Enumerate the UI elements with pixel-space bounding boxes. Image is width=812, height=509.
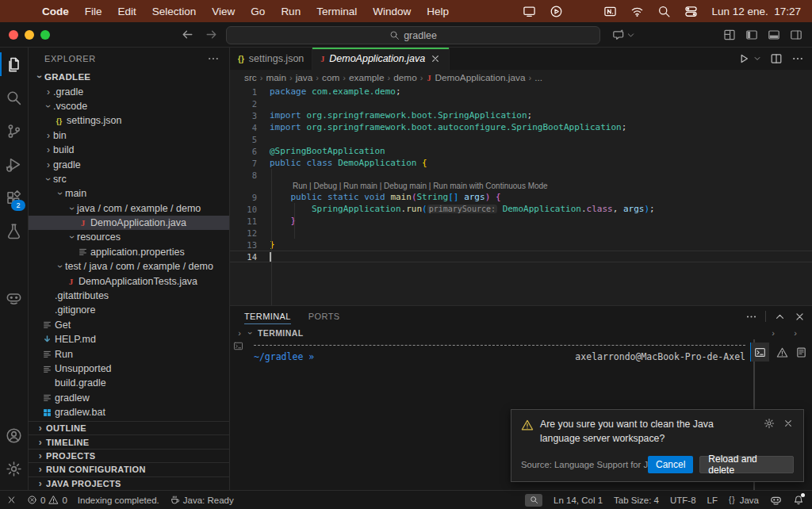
menu-terminal[interactable]: Terminal <box>308 6 365 17</box>
code-line-1[interactable]: 1package com.example.demo; <box>230 86 812 98</box>
close-window-button[interactable] <box>9 30 18 40</box>
play-circle-icon[interactable] <box>550 5 563 18</box>
sidebar-left-icon[interactable] <box>745 29 758 41</box>
scroll-right-icon[interactable]: › <box>768 328 779 338</box>
problems-indicator[interactable]: 0 0 <box>27 495 67 505</box>
encoding[interactable]: UTF-8 <box>670 496 696 505</box>
menu-run[interactable]: Run <box>273 6 308 17</box>
apple-logo-icon[interactable] <box>14 5 28 18</box>
run-file-icon[interactable] <box>737 52 750 65</box>
cursor-position[interactable]: Ln 14, Col 1 <box>553 496 603 505</box>
section-projects[interactable]: ›PROJECTS <box>29 449 229 462</box>
tree-item-settings.json[interactable]: {}settings.json <box>29 113 229 128</box>
spotlight-icon[interactable] <box>657 5 671 18</box>
java-status[interactable]: Java: Ready <box>170 495 234 505</box>
tree-item-build.gradle[interactable]: build.gradle <box>29 376 229 390</box>
menu-selection[interactable]: Selection <box>144 6 205 17</box>
control-center-icon[interactable] <box>684 5 698 18</box>
tree-item-gradle[interactable]: ›gradle <box>29 157 229 171</box>
panel-tab-terminal[interactable]: TERMINAL <box>244 306 291 327</box>
notifications-bell[interactable] <box>793 495 804 506</box>
code-line-4[interactable]: 4import org.springframework.boot.autocon… <box>230 121 812 133</box>
panel-bottom-icon[interactable] <box>768 29 780 41</box>
droplet-icon[interactable] <box>576 5 590 18</box>
run-dropdown-chevron-icon[interactable] <box>753 55 761 63</box>
code-line-13[interactable]: 13} <box>230 239 812 251</box>
remote-indicator[interactable] <box>6 495 17 505</box>
section-timeline[interactable]: ›TIMELINE <box>29 434 229 448</box>
copilot-chat-button[interactable] <box>612 29 635 41</box>
sidebar-right-icon[interactable] <box>790 29 802 41</box>
code-editor[interactable]: 1package com.example.demo;23import org.s… <box>230 86 812 305</box>
tree-item-demoapplication.java[interactable]: JDemoApplication.java <box>29 216 229 230</box>
maximize-panel-icon[interactable] <box>774 311 786 323</box>
close-tab-icon[interactable] <box>430 53 441 64</box>
zoom-window-button[interactable] <box>40 30 50 40</box>
language-mode[interactable]: {} Java <box>729 496 759 505</box>
code-line-12[interactable]: 12 <box>230 227 812 239</box>
tab-settings-json[interactable]: {} settings.json <box>230 48 312 70</box>
tree-item-src[interactable]: ›src <box>29 172 229 186</box>
breadcrumb-item[interactable]: com <box>322 72 339 83</box>
input-source-icon[interactable] <box>603 5 617 18</box>
code-line-10[interactable]: 10 SpringApplication.run(primarySource: … <box>230 203 812 215</box>
section-run-configuration[interactable]: ›RUN CONFIGURATION <box>29 462 229 476</box>
go-back-icon[interactable] <box>181 28 194 41</box>
code-line-8[interactable]: 8 <box>230 169 812 181</box>
tree-item-run[interactable]: Run <box>29 346 229 361</box>
terminal-group-label[interactable]: TERMINAL <box>258 328 303 338</box>
menu-code[interactable]: Code <box>34 6 77 17</box>
output-icon[interactable] <box>795 346 807 358</box>
menu-view[interactable]: View <box>204 6 243 17</box>
reload-and-delete-button[interactable]: Reload and delete <box>699 456 794 473</box>
customize-layout-icon[interactable] <box>723 29 736 41</box>
tree-item-resources[interactable]: ›resources <box>29 230 229 244</box>
tab-size[interactable]: Tab Size: 4 <box>614 496 659 505</box>
scroll-right-icon[interactable]: › <box>790 328 801 338</box>
activity-accounts[interactable] <box>0 419 28 452</box>
go-forward-icon[interactable] <box>205 28 218 41</box>
codelens-actions[interactable]: Run | Debug | Run main | Debug main | Ru… <box>230 181 812 191</box>
breadcrumb-item[interactable]: java <box>296 72 313 83</box>
code-line-3[interactable]: 3import org.springframework.boot.SpringA… <box>230 109 812 121</box>
tree-item-gradlew[interactable]: gradlew <box>29 391 229 405</box>
code-line-2[interactable]: 2 <box>230 98 812 109</box>
tree-item-demoapplicationtests.java[interactable]: JDemoApplicationTests.java <box>29 274 229 288</box>
minimize-window-button[interactable] <box>25 30 34 40</box>
code-line-9[interactable]: 9 public static void main(String[] args)… <box>230 191 812 203</box>
tree-item-get[interactable]: Get <box>29 318 229 332</box>
tree-item-main[interactable]: ›main <box>29 186 229 201</box>
activity-source-control[interactable] <box>0 114 28 147</box>
menu-go[interactable]: Go <box>243 6 273 17</box>
breadcrumb-item[interactable]: demo <box>393 72 417 83</box>
code-line-14[interactable]: 14 <box>230 251 812 262</box>
menu-edit[interactable]: Edit <box>110 6 144 17</box>
activity-explorer[interactable] <box>0 48 28 81</box>
chevron-right-icon[interactable]: › <box>234 328 245 338</box>
tree-item-java-com-example-demo[interactable]: ›java / com / example / demo <box>29 201 229 216</box>
display-icon[interactable] <box>523 5 536 18</box>
tree-item-.gradle[interactable]: ›.gradle <box>29 84 229 98</box>
tab-demoapplication-java[interactable]: J DemoApplication.java <box>312 48 450 70</box>
chevron-down-icon[interactable]: › <box>245 328 256 338</box>
panel-tab-ports[interactable]: PORTS <box>308 306 340 327</box>
explorer-more-actions-icon[interactable] <box>207 52 220 65</box>
menu-file[interactable]: File <box>77 6 110 17</box>
activity-run-debug[interactable] <box>0 147 28 181</box>
activity-search[interactable] <box>0 81 28 114</box>
tree-item-gradlew.bat[interactable]: gradlew.bat <box>29 405 229 419</box>
code-line-5[interactable]: 5 <box>230 133 812 145</box>
activity-settings[interactable] <box>0 452 28 485</box>
eol[interactable]: LF <box>707 496 718 505</box>
cancel-button[interactable]: Cancel <box>648 456 693 473</box>
activity-testing[interactable] <box>0 214 28 247</box>
panel-more-actions-icon[interactable] <box>745 311 757 323</box>
notification-settings-icon[interactable] <box>764 418 775 429</box>
command-center-search[interactable]: gradlee <box>226 26 600 44</box>
code-line-6[interactable]: 6@SpringBootApplication <box>230 145 812 157</box>
terminal-instance-button[interactable] <box>750 343 769 362</box>
tree-item-.gitattributes[interactable]: .gitattributes <box>29 289 229 303</box>
tree-item-.gitignore[interactable]: .gitignore <box>29 303 229 317</box>
code-line-7[interactable]: 7public class DemoApplication { <box>230 157 812 169</box>
tree-item-.vscode[interactable]: ›.vscode <box>29 99 229 113</box>
